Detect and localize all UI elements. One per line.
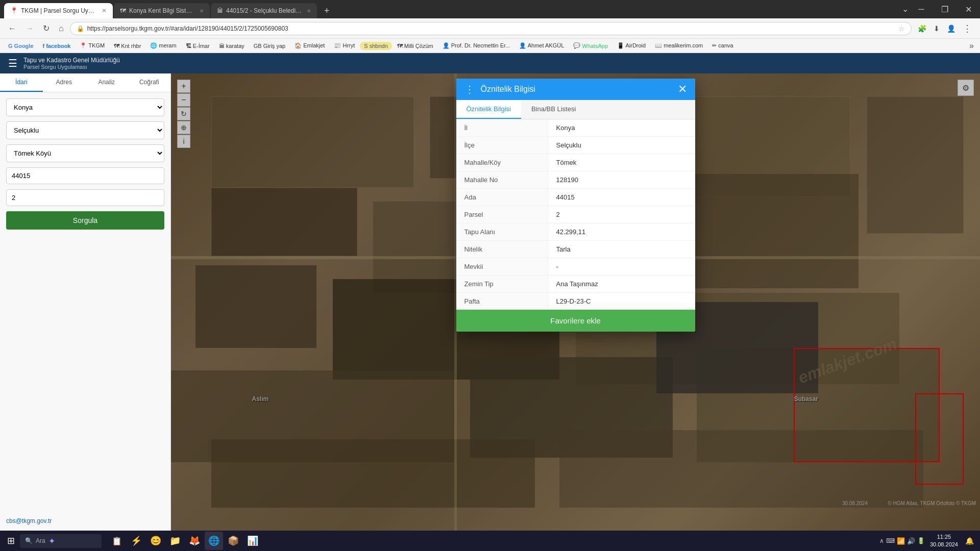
contact-link[interactable]: cbs@tkgm.gov.tr [6, 517, 52, 524]
chevron-up-icon[interactable]: ∧ [879, 537, 884, 544]
bookmark-millicozum[interactable]: 🗺 Milli Çözüm [393, 42, 437, 50]
ilce-select[interactable]: Selçuklu [6, 121, 164, 139]
start-button[interactable]: ⊞ [4, 533, 18, 548]
sidebar-footer: cbs@tkgm.gov.tr [0, 511, 170, 531]
value-mahalle-koy: Tömek [548, 154, 695, 171]
bookmark-star[interactable]: ☆ [898, 24, 905, 33]
modal-tab-bina[interactable]: Bina/BB Listesi [521, 100, 586, 119]
header-title-sub: Parsel Sorgu Uygulaması [23, 64, 120, 70]
taskbar-app-excel[interactable]: 📊 [243, 532, 262, 550]
search-icon: 🔍 [25, 537, 33, 544]
keyboard-icon[interactable]: ⌨ [886, 537, 895, 544]
main-container: İdari Adres Analiz Coğrafi Konya Selçukl… [0, 73, 980, 531]
bookmark-whatsapp[interactable]: 💬 WhatsApp [569, 41, 612, 50]
bookmark-shbndn[interactable]: S shbndn [360, 42, 391, 50]
tab3-close[interactable]: ✕ [307, 8, 311, 14]
forward-button[interactable]: → [22, 22, 37, 35]
taskbar-app-folder[interactable]: 📁 [166, 532, 184, 550]
bookmark-hrryt[interactable]: 📰 Hrryt [330, 41, 359, 50]
bookmark-eimar[interactable]: 🏗 E-İmar [182, 42, 214, 50]
taskbar-app-pkg[interactable]: 📦 [224, 532, 242, 550]
value-mahalle-no: 128190 [548, 171, 695, 188]
map-area[interactable]: + − ↻ ⊕ i ⚙ Aslım Subasar emlakjet.com ©… [171, 73, 980, 531]
sidebar-tab-cografi[interactable]: Coğrafi [128, 73, 171, 92]
tab2-favicon: 🗺 [120, 7, 126, 14]
clock[interactable]: 11:25 30.08.2024 [928, 533, 960, 549]
label-mevkii: Mevkii [456, 258, 548, 275]
taskbar-app-chrome[interactable]: 🌐 [205, 532, 223, 550]
bookmark-airdroid[interactable]: 📱 AirDroid [613, 41, 650, 50]
taskbar-app-3[interactable]: 😊 [146, 532, 165, 550]
tab-bar-menu[interactable]: ⌄ [902, 4, 909, 14]
notification-icon[interactable]: 🔔 [963, 537, 976, 545]
value-il: Konya [548, 119, 695, 136]
bookmark-facebook[interactable]: f facebook [39, 42, 75, 50]
taskbar: ⊞ 🔍 Ara ✦ 📋 ⚡ 😊 📁 🦊 🌐 📦 📊 ∧ ⌨ 📶 🔊 🔋 11:2… [0, 531, 980, 551]
window-controls[interactable]: ─ ❐ ✕ [910, 0, 980, 18]
search-label: Ara [36, 537, 45, 544]
modal-close-button[interactable]: ✕ [678, 84, 687, 95]
window-maximize[interactable]: ❐ [933, 0, 957, 18]
bookmark-emlakjet[interactable]: 🏠 Emlakjet [290, 41, 329, 50]
modal-header-left: ⋮ Öznitelik Bilgisi [464, 84, 536, 94]
modal-footer: Favorilere ekle [456, 310, 695, 332]
extensions-icon[interactable]: 🧩 [915, 22, 929, 35]
tab-active[interactable]: 📍 TKGM | Parsel Sorgu Uygulama... ✕ [4, 3, 113, 18]
label-mahalle-no: Mahalle No [456, 171, 548, 188]
download-icon[interactable]: ⬇ [930, 22, 943, 35]
bookmark-mealikerim[interactable]: 📖 mealikerim.com [651, 41, 707, 50]
taskbar-app-1[interactable]: 📋 [108, 532, 126, 550]
hamburger-menu[interactable]: ☰ [8, 58, 17, 68]
parsel-input[interactable] [6, 189, 164, 206]
tab2-close[interactable]: ✕ [200, 8, 204, 14]
ada-input[interactable] [6, 167, 164, 184]
bookmark-karatay[interactable]: 🏛 karatay [215, 42, 249, 50]
browser-menu-icon[interactable]: ⋮ [960, 21, 975, 36]
bookmark-prof[interactable]: 👤 Prof. Dr. Necmettin Er... [438, 41, 514, 50]
bookmark-giris[interactable]: GB Giriş yap [250, 42, 289, 50]
bookmark-knt[interactable]: 🗺 Knt rhbr [110, 42, 145, 50]
browser-nav-icons: 🧩 ⬇ 👤 ⋮ [915, 21, 975, 36]
data-row-nitelik: Nitelik Tarla [456, 241, 695, 258]
label-ada: Ada [456, 189, 548, 206]
back-button[interactable]: ← [5, 22, 19, 35]
sidebar-tab-adres[interactable]: Adres [43, 73, 86, 92]
address-bar[interactable]: 🔒 https://parselsorgu.tkgm.gov.tr/#ara/i… [70, 22, 912, 35]
sidebar-tab-idari[interactable]: İdari [0, 73, 43, 92]
home-button[interactable]: ⌂ [56, 22, 67, 35]
taskbar-search[interactable]: 🔍 Ara ✦ [20, 534, 102, 548]
tab-inactive-2[interactable]: 🏛 44015/2 - Selçuklu Belediyesi - ✕ [211, 3, 317, 18]
bookmark-canva[interactable]: ✏ canva [708, 41, 737, 50]
label-ilce: İlçe [456, 137, 548, 154]
volume-icon[interactable]: 🔊 [907, 537, 915, 545]
bookmark-meram[interactable]: 🌐 meram [146, 41, 180, 50]
header-text: Tapu ve Kadastro Genel Müdürlüğü Parsel … [23, 57, 120, 70]
modal-menu-button[interactable]: ⋮ [464, 84, 475, 94]
mahalle-select[interactable]: Tömek Köyü [6, 144, 164, 162]
profile-icon[interactable]: 👤 [944, 22, 959, 35]
new-tab-button[interactable]: + [319, 6, 335, 16]
bookmarks-more[interactable]: » [967, 41, 976, 51]
taskbar-app-firefox[interactable]: 🦊 [185, 532, 204, 550]
value-parsel: 2 [548, 206, 695, 223]
query-button[interactable]: Sorgula [6, 211, 164, 230]
window-minimize[interactable]: ─ [910, 0, 933, 18]
favorite-button[interactable]: Favorilere ekle [456, 310, 695, 332]
bookmark-google[interactable]: G Google [4, 42, 38, 50]
sidebar-tab-analiz[interactable]: Analiz [85, 73, 128, 92]
sys-tray-icons: ∧ ⌨ 📶 🔊 🔋 [879, 537, 925, 545]
modal-header: ⋮ Öznitelik Bilgisi ✕ [456, 79, 695, 100]
window-close[interactable]: ✕ [957, 0, 980, 18]
network-icon[interactable]: 📶 [897, 537, 905, 545]
data-row-mahalle-koy: Mahalle/Köy Tömek [456, 154, 695, 171]
taskbar-app-2[interactable]: ⚡ [127, 532, 145, 550]
bookmark-tkgm[interactable]: 📍 TKGM [76, 41, 109, 50]
modal-overlay: ⋮ Öznitelik Bilgisi ✕ Öznitelik Bilgisi … [171, 73, 980, 531]
modal-dialog: ⋮ Öznitelik Bilgisi ✕ Öznitelik Bilgisi … [456, 79, 695, 332]
modal-tab-oznitelik[interactable]: Öznitelik Bilgisi [456, 100, 521, 119]
tab-close-active[interactable]: ✕ [102, 7, 107, 14]
tab-inactive-1[interactable]: 🗺 Konya Kent Bilgi Sistemi ✕ [114, 3, 210, 18]
bookmark-ahmet[interactable]: 👤 Ahmet AKGÜL [515, 41, 568, 50]
reload-button[interactable]: ↻ [40, 21, 53, 35]
il-select[interactable]: Konya [6, 98, 164, 116]
